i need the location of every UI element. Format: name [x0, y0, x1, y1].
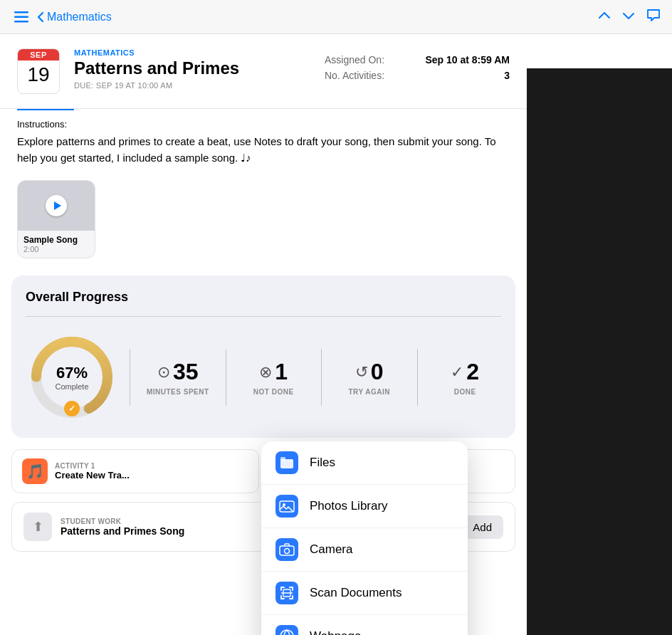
- photos-label: Photos Library: [310, 499, 388, 513]
- assignment-meta: Assigned On: Sep 10 at 8:59 AM No. Activ…: [325, 48, 510, 94]
- donut-label: Complete: [55, 382, 88, 391]
- stat-minutes-top: ⊙ 35: [157, 359, 199, 385]
- right-panel: [527, 68, 672, 635]
- instructions-section: Instructions: Explore patterns and prime…: [0, 110, 527, 180]
- due-date: DUE: SEP 19 AT 10:00 AM: [74, 81, 310, 90]
- stat-divider-3: [321, 349, 322, 406]
- svg-point-10: [285, 549, 290, 554]
- webpage-icon: [275, 625, 298, 635]
- files-icon: [275, 451, 298, 474]
- dropdown-menu: Files Photos Library Camera: [261, 441, 468, 635]
- stat-divider-4: [417, 349, 418, 406]
- dropdown-item-scan[interactable]: Scan Documents: [261, 572, 468, 615]
- add-button[interactable]: Add: [461, 515, 503, 539]
- stat-divider-1: [130, 349, 130, 406]
- nav-up-button[interactable]: [598, 9, 611, 24]
- comment-button[interactable]: [646, 9, 661, 25]
- svg-point-13: [280, 630, 293, 635]
- stat-done-top: ✓ 2: [451, 359, 479, 385]
- progress-title: Overall Progress: [26, 290, 501, 305]
- no-activities-value: 3: [504, 70, 510, 81]
- song-duration: 2:00: [23, 245, 89, 253]
- no-activities-row: No. Activities: 3: [325, 70, 510, 81]
- stat-done-label: DONE: [454, 388, 476, 396]
- sidebar-toggle-button[interactable]: [11, 7, 31, 27]
- stat-try-again-label: TRY AGAIN: [348, 388, 390, 396]
- dropdown-item-camera[interactable]: Camera: [261, 528, 468, 572]
- calendar-day: 19: [18, 61, 59, 89]
- song-info: Sample Song 2:00: [18, 231, 95, 258]
- dropdown-item-webpage[interactable]: Webpage: [261, 615, 468, 635]
- not-done-icon: ⊗: [259, 363, 272, 382]
- stat-minutes-value: 35: [173, 359, 199, 385]
- nav-down-button[interactable]: [622, 9, 635, 24]
- progress-section: Overall Progress: [11, 275, 515, 438]
- nav-actions: [598, 9, 661, 25]
- sample-song-card[interactable]: Sample Song 2:00: [17, 180, 95, 258]
- try-again-icon: ↺: [355, 363, 368, 382]
- donut-check-icon: ✓: [64, 401, 80, 416]
- back-button[interactable]: Mathematics: [37, 11, 112, 23]
- nav-bar: Mathematics: [0, 0, 672, 34]
- instructions-label: Instructions:: [17, 119, 510, 130]
- camera-icon: [275, 538, 298, 561]
- dropdown-item-files[interactable]: Files: [261, 441, 468, 485]
- stat-done: ✓ 2 DONE: [429, 359, 502, 396]
- stat-not-done: ⊗ 1 NOT DONE: [238, 359, 310, 396]
- subject-label: MATHEMATICS: [74, 48, 310, 57]
- back-label: Mathematics: [47, 11, 112, 23]
- stat-not-done-top: ⊗ 1: [259, 359, 288, 385]
- files-label: Files: [310, 456, 335, 470]
- clock-icon: ⊙: [157, 363, 170, 382]
- photos-icon: [275, 495, 298, 518]
- done-icon: ✓: [451, 363, 463, 382]
- play-button[interactable]: [46, 195, 67, 216]
- activity-name-1: Create New Tra...: [55, 470, 248, 481]
- instructions-text: Explore patterns and primes to create a …: [17, 134, 510, 166]
- song-thumbnail: [18, 181, 95, 231]
- activity-card-1[interactable]: 🎵 ACTIVITY 1 Create New Tra...: [11, 449, 259, 493]
- activity-num-1: ACTIVITY 1: [55, 462, 248, 470]
- progress-divider: [26, 316, 501, 317]
- no-activities-label: No. Activities:: [325, 70, 384, 81]
- scan-icon: [275, 582, 298, 604]
- stat-divider-2: [226, 349, 226, 406]
- stat-done-value: 2: [466, 359, 479, 385]
- stat-minutes: ⊙ 35 MINUTES SPENT: [142, 359, 214, 396]
- assigned-on-label: Assigned On:: [325, 54, 384, 65]
- assignment-info: MATHEMATICS Patterns and Primes DUE: SEP…: [74, 48, 310, 94]
- work-icon: ⬆: [23, 513, 52, 541]
- progress-stats: 67% Complete ✓ ⊙ 35 MINUTES SPENT: [26, 331, 501, 424]
- activity-icon-1: 🎵: [22, 458, 48, 484]
- assignment-title: Patterns and Primes: [74, 58, 310, 78]
- stat-try-again: ↺ 0 TRY AGAIN: [333, 359, 406, 396]
- camera-label: Camera: [310, 542, 352, 557]
- stat-not-done-value: 1: [275, 359, 288, 385]
- scan-label: Scan Documents: [310, 586, 401, 600]
- assigned-on-value: Sep 10 at 8:59 AM: [425, 54, 510, 65]
- svg-rect-2: [14, 21, 28, 23]
- stat-minutes-label: MINUTES SPENT: [147, 388, 209, 396]
- progress-donut: 67% Complete ✓: [26, 331, 118, 424]
- play-icon: [54, 201, 61, 210]
- stat-try-again-top: ↺ 0: [355, 359, 384, 385]
- dropdown-item-photos[interactable]: Photos Library: [261, 485, 468, 528]
- stat-not-done-label: NOT DONE: [253, 388, 294, 396]
- donut-center: 67% Complete: [55, 364, 88, 391]
- svg-rect-0: [14, 11, 28, 14]
- song-title: Sample Song: [23, 235, 89, 245]
- svg-rect-1: [14, 16, 28, 18]
- stat-try-again-value: 0: [371, 359, 384, 385]
- svg-rect-6: [280, 457, 285, 461]
- activity-meta-1: ACTIVITY 1 Create New Tra...: [55, 462, 248, 481]
- assignment-header: SEP 19 MATHEMATICS Patterns and Primes D…: [0, 34, 527, 109]
- assigned-on-row: Assigned On: Sep 10 at 8:59 AM: [325, 54, 510, 65]
- webpage-label: Webpage: [310, 629, 361, 635]
- calendar-icon: SEP 19: [17, 48, 60, 94]
- donut-percentage: 67%: [55, 364, 88, 382]
- calendar-month: SEP: [18, 49, 59, 61]
